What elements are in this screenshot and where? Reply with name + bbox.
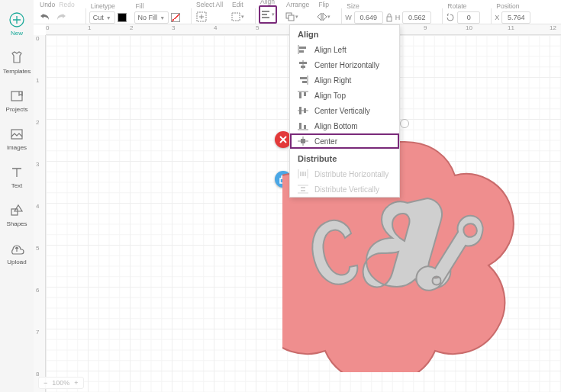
menu-item-dist-h: Distribute Horizontally: [290, 166, 399, 182]
undo-button[interactable]: [38, 10, 52, 24]
selectall-group: Select All: [195, 1, 223, 24]
svg-rect-22: [304, 125, 306, 129]
sidebar-item-text[interactable]: Text: [0, 157, 34, 195]
dist-h-icon: [298, 169, 308, 178]
lock-icon[interactable]: [385, 12, 393, 23]
plus-circle-icon: [8, 11, 25, 28]
linetype-dropdown[interactable]: Cut▼: [89, 11, 115, 24]
menu-item-align-bottom[interactable]: Align Bottom: [290, 118, 399, 133]
align-bottom-icon: [298, 121, 308, 130]
fill-label: Fill: [134, 2, 144, 10]
center-v-icon: [298, 106, 308, 115]
svg-rect-27: [301, 187, 305, 188]
undo-redo-group: Undo Redo: [38, 1, 75, 24]
divider: [255, 8, 256, 24]
sidebar-item-new[interactable]: New: [0, 5, 34, 43]
upload-icon: [8, 240, 25, 257]
tshirt-icon: [8, 50, 25, 66]
svg-rect-19: [299, 107, 301, 114]
fill-group: Fill No Fill▼: [134, 2, 180, 24]
size-h-input[interactable]: [402, 11, 431, 24]
zoom-in-button[interactable]: +: [74, 379, 78, 387]
text-icon: [8, 164, 25, 181]
divider: [442, 8, 443, 24]
fill-dropdown[interactable]: No Fill▼: [134, 11, 169, 24]
align-button[interactable]: ▾: [261, 8, 275, 21]
size-h-prefix: H: [395, 14, 401, 21]
monogram-text[interactable]: [304, 197, 502, 311]
divider: [191, 8, 192, 24]
edit-button[interactable]: ▾: [231, 10, 244, 24]
sidebar-item-projects[interactable]: Projects: [0, 81, 34, 119]
zoom-value: 100%: [52, 379, 69, 387]
menu-item-align-top[interactable]: Align Top: [290, 88, 399, 103]
svg-rect-16: [302, 81, 307, 83]
center-icon: [298, 137, 308, 146]
size-group: Size W H: [345, 2, 431, 24]
sidebar-label: Projects: [6, 106, 28, 113]
top-toolbar: Undo Redo Linetype Cut▼ Fill No Fill▼ Se…: [34, 0, 561, 24]
menu-label: Align Bottom: [314, 122, 358, 130]
divider: [491, 8, 492, 24]
svg-rect-8: [289, 15, 294, 21]
svg-rect-17: [299, 92, 301, 98]
align-top-icon: [298, 91, 308, 100]
svg-rect-18: [304, 92, 306, 96]
menu-label: Center Horizontally: [314, 61, 379, 69]
divider: [85, 8, 86, 24]
position-group: Position X: [495, 2, 530, 24]
center-h-icon: [298, 60, 308, 69]
menu-item-center-v[interactable]: Center Vertically: [290, 103, 399, 118]
align-label: Align: [259, 0, 275, 5]
menu-label: Align Top: [314, 92, 346, 100]
align-left-icon: [298, 45, 308, 54]
arrange-group: Arrange ▾: [285, 1, 309, 24]
sidebar-label: Shapes: [6, 220, 27, 227]
flip-group: Flip ▾: [317, 1, 330, 24]
sidebar-item-templates[interactable]: Templates: [0, 43, 34, 81]
svg-rect-25: [302, 172, 304, 176]
size-w-input[interactable]: [354, 11, 383, 24]
position-x-prefix: X: [495, 14, 499, 21]
svg-rect-11: [299, 47, 306, 49]
svg-rect-14: [301, 66, 305, 68]
svg-rect-21: [299, 123, 301, 129]
selectall-button[interactable]: [195, 10, 208, 24]
sidebar-item-images[interactable]: Images: [0, 119, 34, 157]
selectall-label: Select All: [195, 1, 223, 8]
left-sidebar: New Templates Projects Images Text Shape…: [0, 0, 34, 392]
menu-item-center[interactable]: Center: [290, 133, 399, 149]
menu-header-align: Align: [290, 25, 399, 42]
svg-rect-2: [11, 130, 22, 139]
align-group: Align ▾: [259, 0, 277, 24]
zoom-control[interactable]: − 100% +: [38, 377, 84, 389]
rotate-handle[interactable]: [400, 119, 409, 128]
size-label: Size: [345, 2, 359, 10]
menu-label: Align Right: [314, 76, 351, 85]
sidebar-item-upload[interactable]: Upload: [0, 233, 34, 272]
menu-item-align-left[interactable]: Align Left: [290, 42, 399, 57]
fill-color-swatch[interactable]: [171, 13, 180, 22]
edit-group: Edit ▾: [231, 1, 244, 24]
menu-item-align-right[interactable]: Align Right: [290, 72, 399, 88]
position-x-input[interactable]: [501, 11, 530, 24]
arrange-button[interactable]: ▾: [285, 10, 298, 24]
arrange-label: Arrange: [285, 1, 309, 8]
zoom-out-button[interactable]: −: [44, 379, 47, 387]
svg-rect-24: [300, 172, 301, 176]
svg-rect-6: [232, 13, 240, 21]
edit-label: Edit: [231, 1, 243, 8]
svg-rect-9: [387, 17, 392, 21]
menu-item-center-h[interactable]: Center Horizontally: [290, 57, 399, 72]
redo-button[interactable]: [54, 10, 68, 24]
svg-rect-28: [301, 190, 305, 191]
flip-button[interactable]: ▾: [317, 10, 330, 24]
svg-rect-23: [301, 139, 305, 143]
menu-label: Center Vertically: [314, 107, 370, 115]
linetype-color-swatch[interactable]: [118, 13, 127, 22]
sidebar-label: Upload: [7, 259, 26, 265]
sidebar-item-shapes[interactable]: Shapes: [0, 195, 34, 233]
align-menu: Align Align Left Center Horizontally Ali…: [289, 24, 400, 198]
undo-label: Undo: [38, 1, 55, 8]
rotate-input[interactable]: [457, 11, 480, 24]
